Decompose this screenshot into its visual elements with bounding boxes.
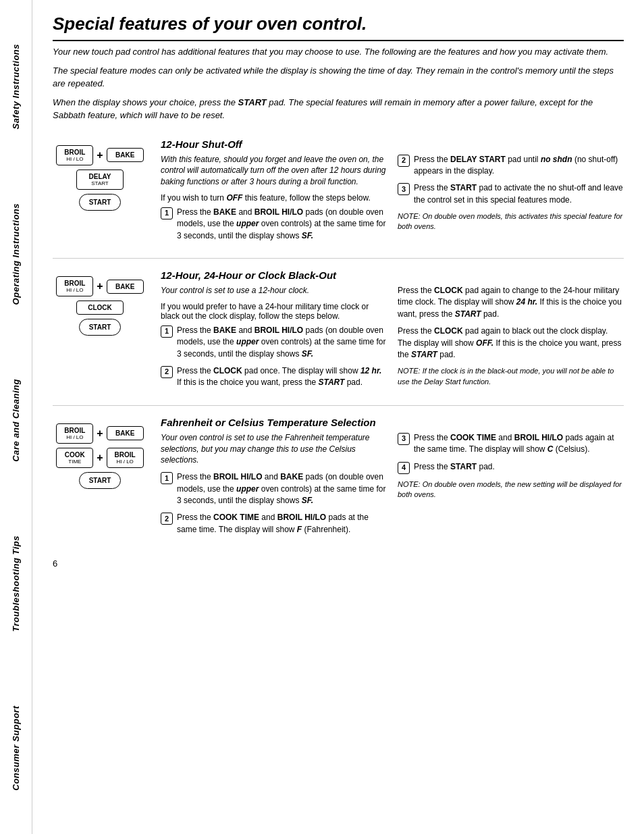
temp-step-1: 1 Press the BROIL HI/LO and BAKE pads (o…	[161, 471, 387, 506]
shutoff-turnoff: If you wish to turn OFF this feature, fo…	[161, 193, 387, 203]
temp-step-text-2: Press the COOK TIME and BROIL HI/LO pads…	[177, 512, 387, 536]
broil-hilo-btn-2[interactable]: BROILHI / LO	[56, 276, 93, 296]
diagram-clock: BROILHI / LO + BAKE CLOCK START	[53, 269, 147, 394]
clock-step-num-1: 1	[161, 325, 173, 338]
cook-time-btn[interactable]: COOKTIME	[56, 448, 93, 468]
temp-step-text-4: Press the START pad.	[414, 461, 624, 474]
content-clock: 12-Hour, 24-Hour or Clock Black-Out Your…	[161, 269, 624, 394]
broil-hilo-btn-3[interactable]: BROILHI / LO	[56, 423, 93, 444]
temp-note: NOTE: On double oven models, the new set…	[398, 479, 624, 500]
diagram-temp: BROILHI / LO + BAKE COOKTIME + BROILHI /…	[53, 417, 147, 541]
temp-step-3: 3 Press the COOK TIME and BROIL HI/LO pa…	[398, 432, 624, 456]
clock-text-24hr: Press the CLOCK pad again to change to t…	[398, 285, 624, 320]
clock-step-text-2: Press the CLOCK pad once. The display wi…	[177, 365, 387, 389]
clock-btn[interactable]: CLOCK	[76, 301, 124, 315]
diagram-shutoff: BROILHI / LO + BAKE DELAYSTART START	[53, 138, 147, 248]
content-shutoff: 12-Hour Shut-Off With this feature, shou…	[161, 138, 624, 248]
broil-hilo-btn-4[interactable]: BROILHI / LO	[107, 448, 144, 468]
clock-title: 12-Hour, 24-Hour or Clock Black-Out	[161, 269, 624, 281]
bake-btn-1[interactable]: BAKE	[107, 148, 144, 162]
temp-step-num-4: 4	[398, 462, 410, 474]
shutoff-step-3: 3 Press the START pad to activate the no…	[398, 182, 624, 206]
intro-text-3: When the display shows your choice, pres…	[53, 96, 624, 122]
temp-step-num-2: 2	[161, 513, 173, 525]
sidebar-item-safety[interactable]: Safety Instructions	[8, 38, 24, 135]
temp-title: Fahrenheit or Celsius Temperature Select…	[161, 417, 624, 428]
plus-icon-3: +	[97, 428, 103, 439]
sidebar: Safety Instructions Operating Instructio…	[0, 0, 32, 834]
temp-step-num-1: 1	[161, 472, 173, 484]
clock-step-1: 1 Press the BAKE and BROIL HI/LO pads (o…	[161, 325, 387, 360]
page-title: Special features of your oven control.	[53, 14, 624, 41]
temp-step-num-3: 3	[398, 433, 410, 445]
temp-intro: Your oven control is set to use the Fahr…	[161, 432, 387, 466]
intro-text-2: The special feature modes can only be ac…	[53, 64, 624, 90]
start-btn-2[interactable]: START	[79, 319, 122, 336]
clock-step-2: 2 Press the CLOCK pad once. The display …	[161, 365, 387, 389]
sidebar-item-operating[interactable]: Operating Instructions	[8, 198, 24, 310]
bake-btn-3[interactable]: BAKE	[107, 426, 144, 440]
sidebar-item-troubleshooting[interactable]: Troubleshooting Tips	[8, 530, 24, 637]
clock-note: NOTE: If the clock is in the black-out m…	[398, 366, 624, 387]
start-btn-1[interactable]: START	[79, 194, 122, 211]
start-btn-3[interactable]: START	[79, 472, 122, 489]
shutoff-step-1: 1 Press the BAKE and BROIL HI/LO pads (o…	[161, 207, 387, 242]
main-content: Special features of your oven control. Y…	[32, 0, 644, 834]
clock-intro: Your control is set to use a 12-hour clo…	[161, 285, 387, 296]
bake-btn-2[interactable]: BAKE	[107, 280, 144, 294]
delay-start-btn[interactable]: DELAYSTART	[76, 170, 124, 190]
shutoff-title: 12-Hour Shut-Off	[161, 138, 624, 150]
step-num-2: 2	[398, 155, 410, 167]
step-text-3: Press the START pad to activate the no s…	[414, 182, 624, 206]
shutoff-intro: With this feature, should you forget and…	[161, 154, 387, 188]
temp-step-4: 4 Press the START pad.	[398, 461, 624, 474]
clock-step-num-2: 2	[161, 366, 173, 378]
intro-text-1: Your new touch pad control has additiona…	[53, 45, 624, 59]
sidebar-item-consumer[interactable]: Consumer Support	[8, 700, 24, 796]
section-clock: BROILHI / LO + BAKE CLOCK START 12-Hour,…	[53, 259, 624, 406]
clock-prefer: If you would prefer to have a 24-hour mi…	[161, 302, 387, 321]
shutoff-note: NOTE: On double oven models, this activa…	[398, 211, 624, 232]
page-number: 6	[53, 558, 624, 569]
temp-step-text-1: Press the BROIL HI/LO and BAKE pads (on …	[177, 471, 387, 506]
shutoff-step-2: 2 Press the DELAY START pad until no shd…	[398, 154, 624, 178]
temp-step-text-3: Press the COOK TIME and BROIL HI/LO pads…	[414, 432, 624, 456]
step-num-3: 3	[398, 183, 410, 195]
clock-text-blackout: Press the CLOCK pad again to black out t…	[398, 325, 624, 361]
temp-step-2: 2 Press the COOK TIME and BROIL HI/LO pa…	[161, 512, 387, 536]
plus-icon-2: +	[97, 281, 103, 292]
sidebar-item-care[interactable]: Care and Cleaning	[8, 373, 24, 467]
step-text-1: Press the BAKE and BROIL HI/LO pads (on …	[177, 207, 387, 242]
broil-hilo-btn-1[interactable]: BROILHI / LO	[56, 145, 93, 165]
step-num-1: 1	[161, 207, 173, 219]
content-temp: Fahrenheit or Celsius Temperature Select…	[161, 417, 624, 541]
clock-step-text-1: Press the BAKE and BROIL HI/LO pads (on …	[177, 325, 387, 360]
section-temp: BROILHI / LO + BAKE COOKTIME + BROILHI /…	[53, 406, 624, 552]
plus-icon-1: +	[97, 150, 103, 161]
plus-icon-4: +	[97, 452, 103, 463]
step-text-2: Press the DELAY START pad until no shdn …	[414, 154, 624, 178]
section-shutoff: BROILHI / LO + BAKE DELAYSTART START 12-…	[53, 128, 624, 259]
